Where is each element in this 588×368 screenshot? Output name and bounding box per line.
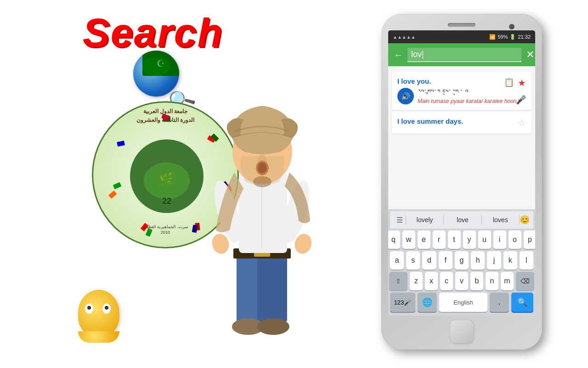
result-item-2: I love summer days. ☆ xyxy=(392,112,531,133)
search-key[interactable]: 🔍 xyxy=(511,293,533,312)
key-d[interactable]: d xyxy=(422,251,436,270)
key-v[interactable]: v xyxy=(455,272,468,290)
keyboard-suggestions: ☰ lovely love loves 😊 xyxy=(390,211,533,229)
ghost-eye-right xyxy=(102,304,111,314)
time-label: 21:32 xyxy=(518,34,531,40)
close-button[interactable]: ✕ xyxy=(526,49,534,61)
key-o[interactable]: o xyxy=(509,230,521,249)
keyboard-row-3: ⇧ z x c v b n m ⌫ xyxy=(390,272,533,290)
star-button-2[interactable]: ☆ xyxy=(518,117,526,128)
key-x[interactable]: x xyxy=(425,272,438,290)
page-title: Search xyxy=(83,9,223,56)
key-r[interactable]: r xyxy=(433,230,446,249)
key-k[interactable]: k xyxy=(503,251,517,270)
svg-text:22: 22 xyxy=(162,196,171,206)
key-y[interactable]: y xyxy=(463,230,476,249)
key-p[interactable]: p xyxy=(524,230,536,249)
copy-icon-1[interactable]: 📋 xyxy=(504,77,514,87)
speak-button-1[interactable]: 🔊 xyxy=(397,88,414,104)
svg-rect-6 xyxy=(117,141,125,147)
key-f[interactable]: f xyxy=(439,251,452,270)
keyboard-bottom-row: 123🎤 🌐 English . 🔍 xyxy=(390,293,533,312)
signal-icon: 📶 xyxy=(489,34,496,40)
svg-point-39 xyxy=(253,176,271,187)
phone-speaker xyxy=(448,23,475,27)
key-h[interactable]: h xyxy=(471,251,485,270)
ghost-decoration xyxy=(78,290,129,350)
key-b[interactable]: b xyxy=(470,272,483,290)
svg-text:🌿: 🌿 xyxy=(159,171,175,186)
character-svg xyxy=(198,97,326,354)
phone-outer-shell: ▲▲▲▲▲ 📶 59% 🔋 21:32 ← ✕ xyxy=(381,14,542,350)
key-a[interactable]: a xyxy=(390,251,404,270)
app-search-bar: ← ✕ xyxy=(388,43,535,66)
keyboard: ☰ lovely love loves 😊 q w e xyxy=(388,209,535,316)
star-button-1[interactable]: ★ xyxy=(518,77,526,88)
key-c[interactable]: c xyxy=(440,272,453,290)
search-input[interactable] xyxy=(407,48,521,62)
numeric-key[interactable]: 123🎤 xyxy=(390,293,415,312)
saudi-flag-icon xyxy=(142,51,179,76)
key-g[interactable]: g xyxy=(455,251,469,270)
ghost-eyes xyxy=(85,304,111,314)
phone-device: ▲▲▲▲▲ 📶 59% 🔋 21:32 ← ✕ xyxy=(381,14,542,350)
key-e[interactable]: e xyxy=(418,230,430,249)
svg-point-20 xyxy=(257,318,289,335)
suggestion-loves[interactable]: loves xyxy=(482,216,519,224)
status-bar: ▲▲▲▲▲ 📶 59% 🔋 21:32 xyxy=(388,30,535,43)
home-button[interactable] xyxy=(450,320,473,343)
status-right: 📶 59% 🔋 21:32 xyxy=(489,34,531,40)
battery-label: 59% xyxy=(498,34,508,40)
search-results: I love you. 🔊 རས་གྲས་ཀ ཙལུ་ "ཏུ ་ བ Main… xyxy=(388,66,535,209)
space-key[interactable]: English xyxy=(439,293,487,312)
suggestions-menu-icon[interactable]: ☰ xyxy=(394,216,406,224)
result-item-1: I love you. 🔊 རས་གྲས་ཀ ཙལུ་ "ཏུ ་ བ Main… xyxy=(392,72,531,110)
key-w[interactable]: w xyxy=(402,230,415,249)
speaker-icon-1: 🔊 xyxy=(401,92,410,101)
suggestion-love[interactable]: love xyxy=(444,216,481,224)
ghost-bottom xyxy=(78,331,119,343)
period-key[interactable]: . xyxy=(490,293,509,312)
key-m[interactable]: m xyxy=(501,272,514,290)
phone-screen: ▲▲▲▲▲ 📶 59% 🔋 21:32 ← ✕ xyxy=(388,30,535,316)
carrier-label: ▲▲▲▲▲ xyxy=(393,34,416,40)
key-z[interactable]: z xyxy=(410,272,423,290)
globe-key[interactable]: 🌐 xyxy=(418,293,437,312)
result-actions-1: 🔊 རས་གྲས་ཀ ཙལུ་ "ཏུ ་ བ Main tumase pyaa… xyxy=(397,88,526,104)
keyboard-row-2: a s d f g h j k l xyxy=(390,251,533,270)
ghost-body xyxy=(78,290,119,336)
emoji-button[interactable]: 😊 xyxy=(520,215,530,225)
globe-icon xyxy=(133,51,179,97)
battery-icon: 🔋 xyxy=(509,34,516,40)
result-english-2: I love summer days. xyxy=(397,117,526,125)
svg-rect-18 xyxy=(257,253,287,322)
backspace-key[interactable]: ⌫ xyxy=(516,272,534,290)
result-translation-1: རས་གྲས་ཀ ཙལུ་ "ཏུ ་ བ xyxy=(418,88,520,96)
key-t[interactable]: t xyxy=(448,230,461,249)
key-s[interactable]: s xyxy=(406,251,420,270)
result-phonetic-1: Main tumase pyaar karata/ karatee hoon | xyxy=(418,98,520,104)
key-n[interactable]: n xyxy=(486,272,498,290)
key-q[interactable]: q xyxy=(388,230,400,249)
mic-icon-1[interactable]: 🎤 xyxy=(516,95,526,105)
key-l[interactable]: l xyxy=(520,251,533,270)
character-figure xyxy=(198,87,326,354)
shift-key[interactable]: ⇧ xyxy=(389,272,407,290)
key-i[interactable]: i xyxy=(493,230,506,249)
key-j[interactable]: j xyxy=(487,251,501,270)
keyboard-row-1: q w e r t y u i o p xyxy=(390,230,533,249)
ghost-eye-left xyxy=(85,304,93,314)
phone-camera xyxy=(509,24,514,29)
suggestion-lovely[interactable]: lovely xyxy=(406,216,443,224)
svg-rect-5 xyxy=(108,190,117,199)
back-button[interactable]: ← xyxy=(394,50,403,60)
key-u[interactable]: u xyxy=(478,230,491,249)
svg-rect-12 xyxy=(113,182,122,190)
